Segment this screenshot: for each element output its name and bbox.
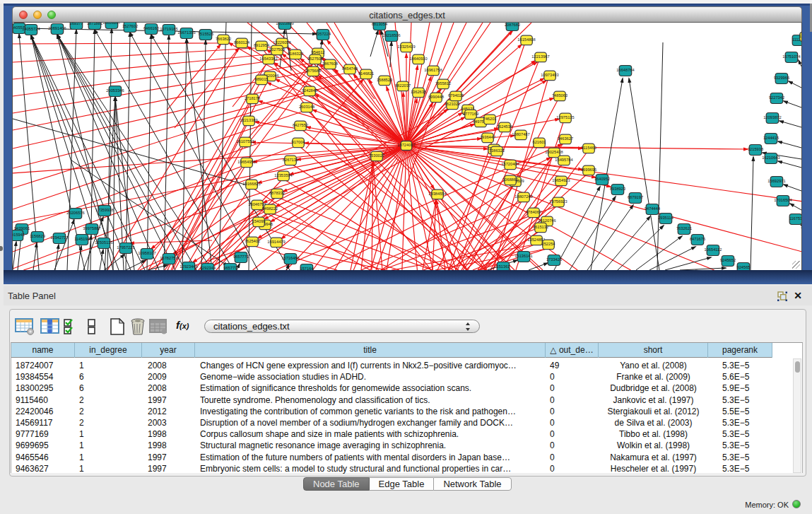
svg-text:16671355: 16671355 [177, 30, 195, 35]
svg-text:16961758: 16961758 [424, 68, 442, 72]
svg-text:7357224: 7357224 [315, 32, 331, 36]
svg-text:9115460: 9115460 [581, 146, 596, 150]
svg-text:621601: 621601 [533, 140, 546, 144]
svg-text:3875685: 3875685 [305, 69, 321, 73]
svg-text:13226058: 13226058 [273, 40, 290, 45]
svg-text:15495784: 15495784 [555, 158, 572, 162]
svg-text:5498222: 5498222 [262, 206, 278, 211]
svg-text:10025438: 10025438 [545, 150, 563, 154]
svg-text:7485063: 7485063 [552, 93, 567, 98]
svg-text:9463627: 9463627 [558, 136, 573, 141]
svg-text:10973493: 10973493 [541, 73, 558, 77]
svg-text:9474444: 9474444 [645, 206, 660, 211]
svg-text:12975135: 12975135 [556, 115, 574, 119]
svg-text:169377: 169377 [70, 23, 83, 25]
svg-text:252254: 252254 [542, 242, 555, 246]
svg-text:12213389: 12213389 [240, 118, 257, 122]
svg-text:1733426: 1733426 [546, 257, 562, 262]
svg-text:12505135: 12505135 [95, 240, 112, 245]
svg-text:123218: 123218 [799, 34, 801, 38]
svg-text:17016504: 17016504 [774, 198, 792, 202]
svg-text:8427552: 8427552 [293, 123, 308, 127]
svg-text:12353594: 12353594 [274, 173, 292, 177]
svg-text:14055724: 14055724 [22, 27, 40, 31]
svg-text:16033809: 16033809 [276, 23, 293, 25]
svg-text:7955812: 7955812 [435, 81, 451, 86]
svg-text:1588520: 1588520 [377, 78, 392, 82]
svg-text:16154808: 16154808 [517, 37, 535, 42]
svg-text:19654923: 19654923 [552, 178, 570, 182]
svg-text:19654955: 19654955 [237, 160, 255, 164]
svg-text:10958107: 10958107 [138, 251, 155, 255]
svg-text:116753: 116753 [789, 216, 801, 221]
svg-text:17359938: 17359938 [95, 208, 113, 212]
svg-text:7625402: 7625402 [245, 239, 260, 243]
svg-text:154099: 154099 [252, 219, 266, 223]
svg-text:39975887: 39975887 [83, 226, 100, 230]
svg-text:10654112: 10654112 [705, 247, 722, 252]
svg-text:8878332: 8878332 [269, 191, 285, 195]
svg-text:6794028: 6794028 [448, 93, 464, 98]
svg-text:9777169: 9777169 [463, 112, 478, 116]
svg-text:1640952: 1640952 [594, 177, 610, 181]
svg-text:15751074: 15751074 [782, 54, 800, 59]
svg-text:9242848: 9242848 [302, 88, 317, 93]
svg-text:10807487: 10807487 [512, 132, 529, 136]
svg-text:8813054: 8813054 [372, 23, 387, 26]
svg-text:16782759: 16782759 [160, 256, 177, 260]
svg-text:924565: 924565 [737, 265, 751, 269]
svg-text:7663822: 7663822 [216, 37, 231, 41]
svg-text:8267130: 8267130 [283, 158, 298, 162]
svg-text:16648784: 16648784 [616, 68, 634, 72]
svg-text:8990448: 8990448 [428, 95, 444, 99]
svg-text:20053346: 20053346 [106, 88, 124, 93]
svg-text:17957225: 17957225 [117, 245, 134, 250]
svg-text:12942737: 12942737 [50, 235, 68, 240]
svg-text:1362635: 1362635 [411, 90, 426, 94]
svg-text:12213967: 12213967 [531, 54, 549, 59]
svg-text:9227342: 9227342 [769, 95, 784, 100]
svg-text:19756923: 19756923 [549, 199, 567, 204]
svg-text:1527602: 1527602 [122, 24, 138, 28]
svg-text:9327509: 9327509 [269, 47, 285, 52]
svg-text:16543382: 16543382 [259, 57, 277, 61]
svg-text:8912954: 8912954 [254, 43, 269, 47]
svg-text:12093872: 12093872 [763, 115, 781, 119]
svg-text:7632621: 7632621 [676, 226, 692, 230]
svg-text:18724007: 18724007 [397, 143, 415, 147]
svg-text:15136141: 15136141 [514, 254, 532, 258]
svg-text:1068860: 1068860 [502, 177, 518, 182]
svg-text:20206576: 20206576 [66, 211, 84, 215]
svg-text:2087682: 2087682 [505, 23, 520, 27]
svg-text:2530027: 2530027 [369, 153, 384, 158]
svg-text:16210643: 16210643 [762, 156, 779, 160]
svg-text:2935114: 2935114 [658, 216, 673, 220]
svg-text:9146821: 9146821 [358, 71, 374, 76]
svg-text:15716485: 15716485 [281, 256, 299, 260]
svg-text:3915941: 3915941 [13, 233, 25, 237]
svg-text:9657771: 9657771 [233, 255, 249, 259]
svg-text:1244415: 1244415 [763, 136, 779, 140]
svg-text:12923446: 12923446 [180, 264, 197, 269]
svg-text:2718176: 2718176 [245, 96, 260, 100]
svg-text:1621022: 1621022 [445, 102, 460, 106]
svg-text:746201: 746201 [483, 117, 497, 121]
svg-text:8938923: 8938923 [610, 187, 625, 191]
svg-text:15692971: 15692971 [767, 179, 785, 183]
svg-text:2867608: 2867608 [322, 62, 338, 66]
svg-text:13325419: 13325419 [397, 45, 415, 49]
svg-text:2936447: 2936447 [480, 135, 495, 139]
svg-text:10853267: 10853267 [102, 23, 120, 25]
svg-text:15720407: 15720407 [501, 162, 519, 166]
svg-text:3624534: 3624534 [497, 124, 512, 129]
svg-text:16120746: 16120746 [538, 218, 555, 223]
svg-text:9527508: 9527508 [307, 57, 323, 61]
svg-text:6879197: 6879197 [628, 195, 643, 199]
svg-text:6466160: 6466160 [143, 26, 159, 30]
svg-text:8454749: 8454749 [342, 66, 358, 71]
svg-text:18807249: 18807249 [514, 194, 532, 199]
svg-text:18640910: 18640910 [409, 57, 427, 61]
svg-text:20691406: 20691406 [48, 26, 66, 30]
svg-text:19218506: 19218506 [382, 33, 400, 37]
svg-text:151361: 151361 [497, 264, 510, 269]
